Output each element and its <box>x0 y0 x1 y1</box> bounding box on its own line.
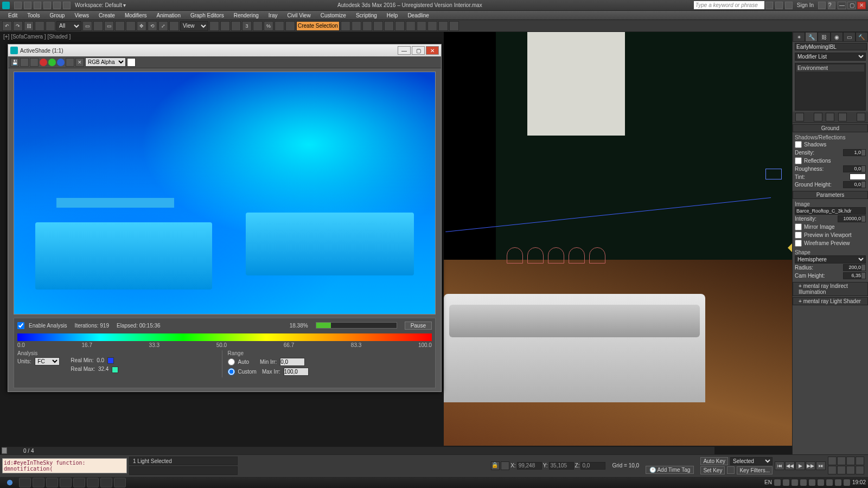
add-time-tag-button[interactable]: 🕐 Add Time Tag <box>646 466 694 474</box>
help-search-input[interactable]: Type a keyword or phrase <box>694 1 764 9</box>
rotate-button[interactable]: ⟲ <box>148 21 157 31</box>
keyboard-shortcut-button[interactable] <box>231 21 241 31</box>
timeline[interactable]: 0 / 4 <box>2 447 714 454</box>
prev-frame-button[interactable]: ◀◀ <box>785 461 795 470</box>
tray-icon[interactable] <box>809 479 815 486</box>
bind-button[interactable] <box>46 21 55 31</box>
hierarchy-tab[interactable]: ⛓ <box>818 32 830 42</box>
mr-indirect-rollout[interactable]: + mental ray Indirect Illumination <box>793 282 868 296</box>
render-setup-button[interactable] <box>417 21 426 31</box>
render-button[interactable] <box>438 21 448 31</box>
menu-deadline[interactable]: Deadline <box>403 12 433 18</box>
image-file-button[interactable]: Barce_Rooftop_C_3k.hdr <box>795 207 866 215</box>
menu-create[interactable]: Create <box>94 12 120 18</box>
ref-coord-system[interactable]: View <box>180 21 208 31</box>
move-button[interactable]: ✥ <box>137 21 146 31</box>
utilities-tab[interactable]: 🔨 <box>856 32 868 42</box>
max-irr-input[interactable] <box>284 368 309 376</box>
modifier-list[interactable]: Modifier List <box>795 53 866 61</box>
edit-named-sel-button[interactable] <box>285 21 295 31</box>
redo-button[interactable]: ↷ <box>13 21 23 31</box>
undo-button[interactable]: ↶ <box>2 21 12 31</box>
range-auto-radio[interactable] <box>228 358 235 365</box>
config-button[interactable] <box>857 113 865 121</box>
make-unique-button[interactable] <box>826 113 834 121</box>
viewport-perspective[interactable] <box>444 32 792 446</box>
named-selection-set[interactable]: Create Selection Se <box>296 21 340 31</box>
mr-lightshader-rollout[interactable]: + mental ray Light Shader <box>793 297 868 305</box>
time-slider[interactable] <box>2 447 7 454</box>
tray-icon[interactable] <box>826 479 833 486</box>
favorites-icon[interactable] <box>775 2 783 9</box>
taskbar-pin-5[interactable] <box>73 478 85 487</box>
as-minimize-button[interactable]: — <box>398 46 411 55</box>
select-button[interactable]: ▭ <box>82 21 92 31</box>
taskbar-pin-3[interactable] <box>46 478 58 487</box>
red-channel-button[interactable] <box>40 59 47 66</box>
pan-button[interactable] <box>828 466 837 474</box>
tray-icon[interactable] <box>800 479 807 486</box>
paint-select-button[interactable] <box>126 21 136 31</box>
material-editor-button[interactable] <box>406 21 416 31</box>
taskbar-pin-6[interactable] <box>87 478 99 487</box>
units-select[interactable]: FC <box>35 357 60 365</box>
maxscript-listener[interactable]: id:#eyeInTheSky function: dmnotification… <box>2 458 127 473</box>
menu-grapheditors[interactable]: Graph Editors <box>186 12 229 18</box>
project-icon[interactable] <box>63 2 71 9</box>
layers-button[interactable] <box>362 21 372 31</box>
tray-icon[interactable] <box>792 479 798 486</box>
fov-button[interactable] <box>846 466 855 474</box>
percent-snap-button[interactable]: % <box>264 21 273 31</box>
viewport-label[interactable]: [+] [SofaCamera ] [Shaded ] <box>3 34 71 40</box>
placement-button[interactable] <box>169 21 179 31</box>
clone-button[interactable] <box>30 58 39 67</box>
infocenter-icon[interactable] <box>765 2 773 9</box>
scale-button[interactable]: ⤢ <box>158 21 168 31</box>
schematic-button[interactable] <box>395 21 405 31</box>
zoom-button[interactable] <box>856 457 864 465</box>
menu-animation[interactable]: Animation <box>151 12 185 18</box>
auto-key-button[interactable]: Auto Key <box>700 457 728 465</box>
clear-button[interactable]: ✕ <box>75 58 84 67</box>
pin-stack-button[interactable] <box>795 113 804 121</box>
radius-spinner[interactable]: 200,0 <box>843 264 866 271</box>
taskbar-pin-2[interactable] <box>33 478 44 487</box>
set-key-icon[interactable] <box>727 466 735 474</box>
show-end-result-button[interactable] <box>814 113 822 121</box>
save-icon[interactable] <box>34 2 41 9</box>
menu-group[interactable]: Group <box>45 12 70 18</box>
tint-swatch[interactable] <box>850 174 866 180</box>
intensity-spinner[interactable]: 10000,0 <box>838 215 866 222</box>
undo-icon[interactable] <box>43 2 51 9</box>
reflections-checkbox[interactable]: Reflections <box>795 157 866 165</box>
exchange-icon[interactable] <box>818 2 826 9</box>
as-close-button[interactable]: ✕ <box>426 46 439 55</box>
shadows-checkbox[interactable]: Shadows <box>795 140 866 149</box>
panel-expand-icon[interactable] <box>788 243 792 252</box>
maximize-button[interactable]: ▢ <box>847 2 856 9</box>
minimize-button[interactable]: — <box>838 2 846 9</box>
copy-image-button[interactable] <box>20 58 29 67</box>
create-tab[interactable]: ✴ <box>793 32 805 42</box>
tray-icon[interactable] <box>818 479 824 486</box>
cam-height-spinner[interactable]: 6,35 <box>843 272 866 279</box>
new-icon[interactable] <box>14 2 22 9</box>
y-coord-input[interactable] <box>549 462 574 470</box>
start-button[interactable] <box>2 478 17 487</box>
next-frame-button[interactable]: ▶▶ <box>806 461 815 470</box>
selection-filter[interactable]: All <box>56 21 81 31</box>
mirror-checkbox[interactable]: Mirror Image <box>795 223 866 231</box>
maximize-vp-button[interactable] <box>856 466 864 474</box>
key-filters-button[interactable]: Key Filters... <box>737 466 773 474</box>
redo-icon[interactable] <box>53 2 61 9</box>
taskbar-pin-4[interactable] <box>60 478 72 487</box>
roughness-spinner[interactable]: 0,0 <box>843 165 866 172</box>
camera-gizmo[interactable] <box>765 169 782 179</box>
zoom-ext-button[interactable] <box>846 457 855 465</box>
viewport-area[interactable]: [+] [SofaCamera ] [Shaded ] ActiveShade … <box>0 32 792 454</box>
goto-end-button[interactable]: ⏭ <box>816 461 826 470</box>
render-frame-button[interactable] <box>427 21 437 31</box>
modify-tab[interactable]: 🔧 <box>805 32 818 42</box>
curve-editor-button[interactable] <box>384 21 394 31</box>
spinner-snap-button[interactable] <box>275 21 284 31</box>
